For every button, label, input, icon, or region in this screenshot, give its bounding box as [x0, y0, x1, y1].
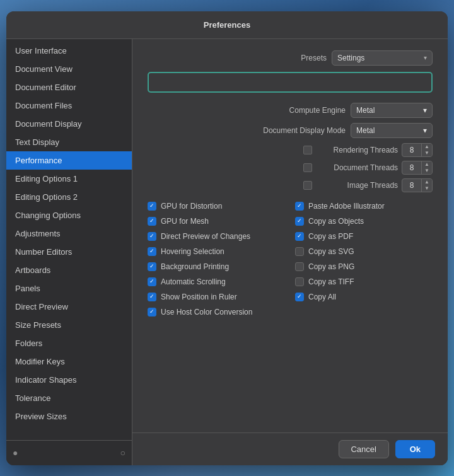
document-threads-checkbox[interactable] [303, 163, 312, 172]
presets-value: Settings [337, 54, 364, 62]
checkbox-copy-png[interactable] [295, 262, 304, 271]
checkbox-item-copy-png[interactable]: Copy as PNG [295, 260, 433, 273]
dialog-footer: Cancel Ok [132, 432, 448, 465]
checkbox-hovering-selection[interactable]: ✓ [148, 247, 156, 256]
checkbox-item-use-host-color[interactable]: ✓Use Host Color Conversion [148, 306, 285, 318]
checkbox-item-copy-tiff[interactable]: Copy as TIFF [295, 276, 433, 288]
checkbox-label-background-printing: Background Printing [161, 262, 229, 271]
document-threads-row: Document Threads 8 ▲ ▼ [148, 161, 433, 175]
content-inner: Presets Settings ▾ Compute Engine Metal … [132, 39, 448, 432]
compute-engine-dropdown[interactable]: Metal ▾ [351, 103, 433, 118]
checkbox-item-gpu-mesh[interactable]: ✓GPU for Mesh [148, 215, 285, 228]
checkmark-icon: ✓ [149, 218, 154, 224]
checkmark-icon: ✓ [149, 309, 154, 315]
checkboxes-grid: ✓GPU for Distortion✓Paste Adobe Illustra… [148, 200, 433, 318]
presets-dropdown[interactable]: Settings ▾ [332, 50, 433, 66]
checkbox-item-paste-adobe[interactable]: ✓Paste Adobe Illustrator [295, 200, 433, 212]
checkbox-item-automatic-scrolling[interactable]: ✓Automatic Scrolling [148, 276, 285, 288]
checkbox-item-copy-all[interactable]: ✓Copy All [295, 291, 433, 303]
checkbox-label-copy-pdf: Copy as PDF [308, 232, 353, 241]
rendering-threads-up-icon[interactable]: ▲ [422, 144, 432, 150]
checkbox-copy-tiff[interactable] [295, 277, 304, 286]
presets-label: Presets [301, 54, 327, 62]
checkmark-icon: ✓ [297, 233, 302, 239]
checkbox-item-hovering-selection[interactable]: ✓Hovering Selection [148, 245, 285, 258]
checkbox-copy-svg[interactable] [295, 247, 304, 256]
checkmark-icon: ✓ [149, 294, 154, 299]
cancel-button[interactable]: Cancel [339, 440, 389, 458]
sidebar-item-direct-preview[interactable]: Direct Preview [6, 298, 132, 316]
checkbox-copy-objects[interactable]: ✓ [295, 217, 304, 226]
image-threads-row: Image Threads 8 ▲ ▼ [148, 178, 433, 192]
checkmark-icon: ✓ [149, 203, 154, 209]
checkbox-label-use-host-color: Use Host Color Conversion [161, 308, 252, 316]
sidebar-item-number-editors[interactable]: Number Editors [6, 243, 132, 261]
sidebar-item-text-display[interactable]: Text Display [6, 133, 132, 151]
image-threads-up-icon[interactable]: ▲ [422, 179, 432, 185]
document-display-mode-dropdown[interactable]: Metal ▾ [351, 123, 433, 138]
image-threads-down-icon[interactable]: ▼ [422, 185, 432, 192]
checkbox-item-direct-preview[interactable]: ✓Direct Preview of Changes [148, 230, 285, 243]
image-threads-label: Image Threads [316, 181, 398, 190]
checkmark-icon: ✓ [297, 294, 302, 299]
checkbox-direct-preview[interactable]: ✓ [148, 232, 156, 241]
checkbox-use-host-color[interactable]: ✓ [148, 308, 156, 316]
sidebar-item-adjustments[interactable]: Adjustments [6, 224, 132, 243]
sidebar-item-indicator-shapes[interactable]: Indicator Shapes [6, 371, 132, 389]
sidebar-item-document-files[interactable]: Document Files [6, 96, 132, 115]
checkmark-icon: ✓ [297, 218, 302, 224]
compute-engine-label: Compute Engine [289, 106, 346, 115]
sidebar-list: User InterfaceDocument ViewDocument Edit… [6, 39, 132, 440]
sidebar-item-changing-options[interactable]: Changing Options [6, 206, 132, 224]
rendering-threads-spinner: 8 ▲ ▼ [402, 143, 433, 157]
image-threads-checkbox[interactable] [303, 181, 312, 190]
sidebar-item-document-view[interactable]: Document View [6, 60, 132, 78]
sidebar-item-folders[interactable]: Folders [6, 334, 132, 352]
document-display-mode-chevron-icon: ▾ [423, 126, 427, 135]
ok-button[interactable]: Ok [395, 440, 435, 458]
sidebar-item-editing-options-2[interactable]: Editing Options 2 [6, 188, 132, 206]
sidebar-item-tolerance[interactable]: Tolerance [6, 389, 132, 407]
image-threads-arrows: ▲ ▼ [421, 179, 432, 192]
checkbox-item-show-position[interactable]: ✓Show Position in Ruler [148, 291, 285, 303]
checkbox-item-copy-objects[interactable]: ✓Copy as Objects [295, 215, 433, 228]
checkbox-gpu-distortion[interactable]: ✓ [148, 202, 156, 211]
checkbox-copy-all[interactable]: ✓ [295, 293, 304, 301]
checkbox-label-direct-preview: Direct Preview of Changes [161, 232, 250, 241]
checkbox-item-background-printing[interactable]: ✓Background Printing [148, 260, 285, 273]
sidebar-item-document-display[interactable]: Document Display [6, 115, 132, 133]
rendering-threads-row: Rendering Threads 8 ▲ ▼ [148, 143, 433, 157]
sidebar-item-user-interface[interactable]: User Interface [6, 42, 132, 60]
sidebar-item-size-presets[interactable]: Size Presets [6, 316, 132, 334]
checkbox-paste-adobe[interactable]: ✓ [295, 202, 304, 211]
sidebar-item-document-editor[interactable]: Document Editor [6, 78, 132, 96]
checkbox-label-paste-adobe: Paste Adobe Illustrator [308, 202, 385, 211]
sidebar-item-modifier-keys[interactable]: Modifier Keys [6, 352, 132, 371]
checkbox-gpu-mesh[interactable]: ✓ [148, 217, 156, 226]
checkbox-item-gpu-distortion[interactable]: ✓GPU for Distortion [148, 200, 285, 212]
presets-chevron-icon: ▾ [424, 54, 427, 61]
sidebar-item-performance[interactable]: Performance [6, 151, 132, 170]
checkbox-background-printing[interactable]: ✓ [148, 262, 156, 271]
checkbox-item-copy-pdf[interactable]: ✓Copy as PDF [295, 230, 433, 243]
sidebar-item-panels[interactable]: Panels [6, 279, 132, 298]
rendering-threads-checkbox[interactable] [303, 146, 312, 154]
checkbox-copy-pdf[interactable]: ✓ [295, 232, 304, 241]
document-threads-arrows: ▲ ▼ [421, 161, 432, 174]
rendering-threads-down-icon[interactable]: ▼ [422, 150, 432, 156]
sidebar-item-artboards[interactable]: Artboards [6, 261, 132, 279]
checkbox-label-gpu-distortion: GPU for Distortion [161, 202, 222, 211]
search-icon-right: ○ [120, 448, 125, 458]
document-threads-down-icon[interactable]: ▼ [422, 168, 432, 174]
checkbox-automatic-scrolling[interactable]: ✓ [148, 277, 156, 286]
document-threads-up-icon[interactable]: ▲ [422, 161, 432, 168]
checkmark-icon: ✓ [149, 279, 154, 284]
checkmark-icon: ✓ [149, 233, 154, 239]
sidebar-item-preview-sizes[interactable]: Preview Sizes [6, 407, 132, 426]
compute-engine-value: Metal [356, 106, 375, 115]
sidebar-item-editing-options-1[interactable]: Editing Options 1 [6, 170, 132, 188]
preset-name-input[interactable] [148, 72, 433, 93]
preferences-dialog: Preferences User InterfaceDocument ViewD… [6, 11, 448, 465]
checkbox-item-copy-svg[interactable]: Copy as SVG [295, 245, 433, 258]
checkbox-show-position[interactable]: ✓ [148, 293, 156, 301]
